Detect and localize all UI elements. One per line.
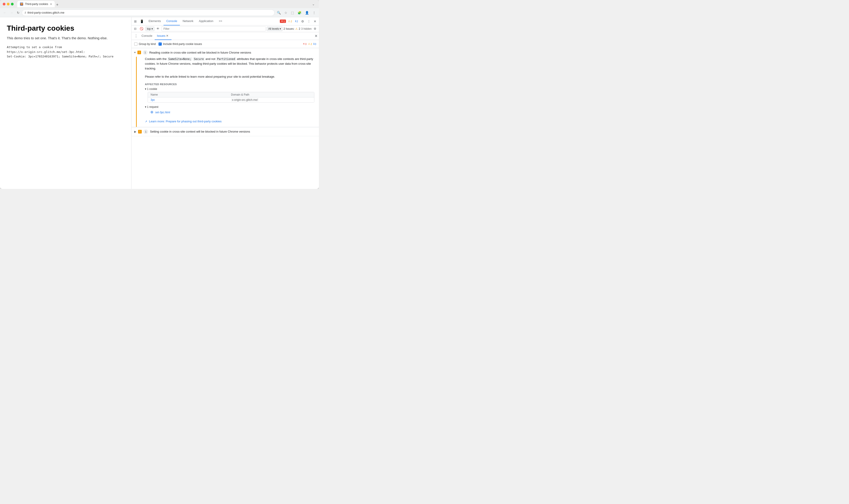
request-section-header[interactable]: ▾ 1 request	[145, 105, 314, 109]
tab-close-button[interactable]: ✕	[50, 3, 52, 6]
tab-title: Third-party cookies	[25, 2, 48, 6]
warn-icon: ⚠	[308, 42, 310, 46]
cookie-name-link[interactable]: 3pc	[151, 98, 155, 102]
tab-application[interactable]: Application	[196, 17, 216, 25]
page-content: Third-party cookies This demo tries to s…	[0, 17, 131, 189]
screenshot-icon[interactable]: ⬚	[289, 10, 295, 15]
group-by-kind-checkbox[interactable]	[134, 42, 137, 46]
code-line1: https://x-origin-src.glitch.me/set-3pc.h…	[7, 50, 124, 54]
tabs-area: 🍪 Third-party cookies ✕ +	[17, 1, 309, 7]
issue-item-1: ▾ ! 1 Reading cookie in cross-site conte…	[131, 48, 319, 127]
issue1-code2: Secure	[193, 57, 205, 61]
tab-console[interactable]: Console	[163, 17, 180, 25]
console-settings-icon[interactable]: ⚙	[313, 26, 318, 31]
subtab-issues[interactable]: Issues ✕	[155, 32, 172, 40]
more-options-icon[interactable]: ⋮	[306, 19, 312, 24]
address-bar[interactable]: ⚷ third-party-cookies.glitch.me	[22, 10, 275, 16]
browser-tab[interactable]: 🍪 Third-party cookies ✕	[17, 1, 55, 7]
expand-chevron-icon: ▶	[134, 130, 136, 133]
filter-input[interactable]	[161, 26, 266, 31]
devtools-toolbar: ⊞ 📱 Elements Console Network Application	[131, 17, 319, 25]
issues-list: ▾ ! 1 Reading cookie in cross-site conte…	[131, 48, 319, 189]
group-by-kind-label: Group by kind	[139, 42, 156, 46]
clear-console-icon[interactable]: 🚫	[139, 26, 144, 31]
issue-warn-icon: !	[137, 51, 141, 54]
cookie-name-cell: 3pc	[151, 98, 231, 102]
learn-more-section: ↗Learn more: Prepare for phasing out thi…	[145, 117, 314, 123]
close-button[interactable]	[3, 3, 5, 5]
include-third-party-option: Include third-party cookie issues	[159, 42, 202, 46]
code-block: https://x-origin-src.glitch.me/set-3pc.h…	[7, 50, 124, 58]
issues-warn-count: ⚠ 2	[308, 42, 312, 46]
issues-warn-icon: ⚠	[295, 27, 298, 31]
back-button[interactable]: ←	[2, 10, 8, 15]
inspect-element-icon[interactable]: ⊞	[133, 19, 138, 24]
profile-icon[interactable]: 👤	[304, 10, 310, 15]
issue-header-1[interactable]: ▾ ! 1 Reading cookie in cross-site conte…	[131, 48, 319, 57]
page-title: Third-party cookies	[7, 24, 124, 33]
minimize-button[interactable]	[7, 3, 10, 5]
more-tabs-button[interactable]: >>	[216, 17, 225, 25]
maximize-button[interactable]	[11, 3, 14, 5]
cookie-section-header[interactable]: ▾ 1 cookie	[145, 87, 314, 91]
cookie-domain-value: x-origin-src.glitch.me/	[231, 98, 259, 102]
console-toolbar: ⊟ 🚫 top ▾ 👁 All levels ▾ 2 Issues: ⚠ 2 3	[131, 25, 319, 32]
url-text: third-party-cookies.glitch.me	[28, 11, 65, 14]
subtab-bar: ⋮ Console Issues ✕ ✕	[131, 32, 319, 40]
col-domain-path-header: Domain & Path	[231, 93, 312, 96]
error-x-icon: ✕	[281, 20, 283, 23]
eye-icon[interactable]: 👁	[155, 26, 161, 31]
extension-icon[interactable]: 🧩	[296, 10, 303, 15]
learn-more-link[interactable]: ↗Learn more: Prepare for phasing out thi…	[145, 120, 222, 123]
chevron-down-icon[interactable]: ⌄	[311, 1, 316, 7]
device-toolbar-icon[interactable]: 📱	[139, 19, 145, 24]
settings-icon[interactable]: ⚙	[300, 19, 305, 24]
devtools-panel: ⊞ 📱 Elements Console Network Application	[131, 17, 319, 189]
new-tab-button[interactable]: +	[55, 2, 60, 7]
issue-header-2[interactable]: ▶ ! 1 Setting cookie in cross-site conte…	[131, 127, 319, 136]
info-icon: ℹ	[314, 42, 314, 46]
context-selector[interactable]: top ▾	[145, 26, 155, 31]
hidden-count: 3 hidden	[301, 27, 312, 31]
subtab-menu-icon[interactable]: ⋮	[133, 33, 139, 39]
close-devtools-button[interactable]: ✕	[313, 19, 318, 24]
close-panel-button[interactable]: ✕	[315, 34, 318, 38]
menu-icon[interactable]: ⋮	[311, 10, 317, 15]
collapse-chevron-icon: ▾	[134, 51, 136, 54]
issue1-desc-text3: and not	[205, 57, 216, 60]
cookie-table: Name Domain & Path 3pc	[148, 92, 314, 103]
tab-network[interactable]: Network	[180, 17, 196, 25]
forward-button[interactable]: →	[8, 10, 15, 15]
dropdown-arrow-icon: ▾	[152, 27, 153, 31]
star-icon[interactable]: ☆	[283, 10, 289, 15]
issue1-desc-text1: Cookies with the	[145, 57, 167, 60]
issue1-description: Cookies with the SameSite=None; Secure a…	[145, 57, 314, 71]
issue2-title: Setting cookie in cross-site context wil…	[150, 130, 316, 133]
issue1-code1: SameSite=None;	[167, 57, 192, 61]
cookie-domain-cell: x-origin-src.glitch.me/	[231, 98, 312, 102]
subtab-close-icon[interactable]: ✕	[165, 34, 169, 37]
nav-icons: 🔍 ☆ ⬚ 🧩 👤 ⋮	[276, 10, 317, 15]
log-level-selector[interactable]: All levels ▾	[267, 26, 283, 31]
col-name-header: Name	[151, 93, 231, 96]
info-count-badge: ℹ 2	[294, 19, 299, 23]
include-third-party-checkbox[interactable]	[159, 42, 162, 46]
warn-triangle-icon: ⚠	[288, 20, 290, 23]
affected-resources-label: AFFECTED RESOURCES	[145, 83, 314, 86]
issues-panel: Group by kind Include third-party cookie…	[131, 40, 319, 189]
sidebar-toggle-icon[interactable]: ⊟	[133, 26, 138, 31]
request-name-link[interactable]: set-3pc.html	[155, 111, 170, 114]
zoom-icon[interactable]: 🔍	[276, 10, 282, 15]
warn-count-badge: ⚠ 2	[287, 19, 293, 23]
reload-button[interactable]: ↻	[15, 10, 21, 15]
include-third-party-label: Include third-party cookie issues	[163, 42, 202, 46]
issues-info-count: ℹ 0	[314, 42, 316, 46]
subtab-console[interactable]: Console	[139, 32, 155, 40]
issue1-body: Cookies with the SameSite=None; Secure a…	[136, 57, 319, 127]
tab-elements[interactable]: Elements	[146, 17, 163, 25]
info-icon: ℹ	[295, 20, 296, 23]
issues-summary-counts: ✕ 0 ⚠ 2 ℹ 0	[303, 42, 316, 46]
error-icon: ✕	[303, 42, 305, 46]
nav-bar: ← → ↻ ⚷ third-party-cookies.glitch.me 🔍 …	[0, 8, 319, 17]
dropdown-arrow-icon: ▾	[280, 27, 281, 31]
